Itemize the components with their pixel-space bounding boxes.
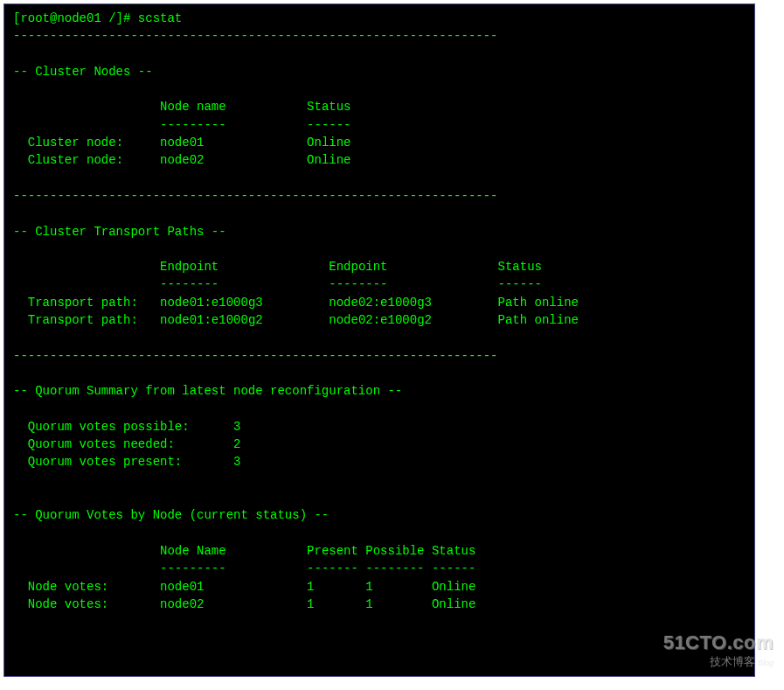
quorum-value: 2 xyxy=(233,437,240,451)
row-label: Cluster node: xyxy=(28,153,123,167)
col-status: Status xyxy=(498,260,542,274)
underline: --------- xyxy=(160,118,226,132)
col-status: Status xyxy=(307,100,350,114)
divider-line: ----------------------------------------… xyxy=(13,349,498,363)
node-status: Online xyxy=(307,136,350,150)
path-status: Path online xyxy=(498,296,579,310)
col-possible: Possible xyxy=(365,544,424,558)
node-name: node01 xyxy=(160,580,204,594)
endpoint: node01:e1000g3 xyxy=(160,296,263,310)
col-node-name: Node name xyxy=(160,100,226,114)
col-endpoint: Endpoint xyxy=(160,260,219,274)
vote-status: Online xyxy=(432,597,475,611)
terminal-window[interactable]: [root@node01 /]# scstat ----------------… xyxy=(3,3,755,677)
divider-line: ----------------------------------------… xyxy=(13,189,498,203)
node-status: Online xyxy=(307,153,350,167)
endpoint: node01:e1000g2 xyxy=(160,313,263,327)
prompt-user-host: [root@node01 /]# xyxy=(13,11,130,25)
underline: -------- xyxy=(329,277,387,291)
row-label: Transport path: xyxy=(28,296,138,310)
quorum-label: Quorum votes possible: xyxy=(28,420,190,434)
row-label: Node votes: xyxy=(28,580,108,594)
row-label: Cluster node: xyxy=(28,136,123,150)
prompt-command: scstat xyxy=(138,11,182,25)
node-name: node02 xyxy=(160,597,204,611)
terminal-output: [root@node01 /]# scstat ----------------… xyxy=(13,10,746,613)
vote-present: 1 xyxy=(307,597,314,611)
col-endpoint: Endpoint xyxy=(329,260,387,274)
quorum-votes-header: -- Quorum Votes by Node (current status)… xyxy=(13,508,329,522)
node-name: node02 xyxy=(160,153,204,167)
node-name: node01 xyxy=(160,136,204,150)
col-node-name: Node Name xyxy=(160,544,226,558)
underline: ------ xyxy=(432,561,475,575)
vote-possible: 1 xyxy=(365,580,372,594)
underline: ------- xyxy=(307,561,358,575)
vote-possible: 1 xyxy=(365,597,372,611)
transport-paths-header: -- Cluster Transport Paths -- xyxy=(13,225,226,239)
col-present: Present xyxy=(307,544,358,558)
quorum-value: 3 xyxy=(233,455,240,469)
underline: ------ xyxy=(498,277,542,291)
underline: -------- xyxy=(160,277,219,291)
cluster-nodes-header: -- Cluster Nodes -- xyxy=(13,65,153,79)
row-label: Transport path: xyxy=(28,313,138,327)
path-status: Path online xyxy=(498,313,579,327)
quorum-label: Quorum votes present: xyxy=(28,455,182,469)
underline: -------- xyxy=(365,561,424,575)
divider-line: ----------------------------------------… xyxy=(13,29,498,43)
quorum-value: 3 xyxy=(233,420,240,434)
row-label: Node votes: xyxy=(28,597,108,611)
col-status: Status xyxy=(432,544,475,558)
underline: ------ xyxy=(307,118,350,132)
endpoint: node02:e1000g2 xyxy=(329,313,432,327)
quorum-label: Quorum votes needed: xyxy=(28,437,175,451)
vote-status: Online xyxy=(432,580,475,594)
vote-present: 1 xyxy=(307,580,314,594)
underline: --------- xyxy=(160,561,226,575)
endpoint: node02:e1000g3 xyxy=(329,296,432,310)
quorum-summary-header: -- Quorum Summary from latest node recon… xyxy=(13,384,402,398)
